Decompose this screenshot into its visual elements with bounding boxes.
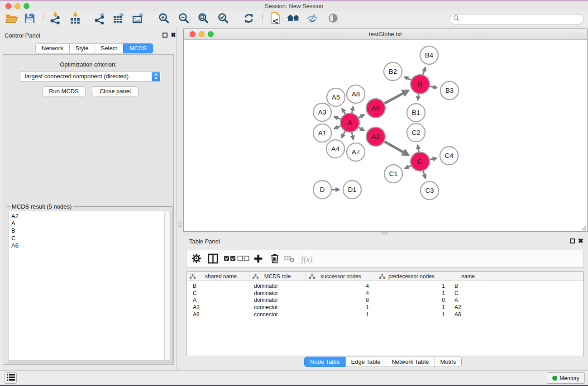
close-panel-button[interactable]: Close panel — [92, 86, 139, 96]
export-table-button[interactable] — [111, 12, 126, 26]
home-layout-button[interactable] — [286, 12, 301, 26]
tree-icon — [379, 274, 385, 281]
column-header-predecessor-nodes[interactable]: predecessor nodes — [376, 272, 447, 281]
network-edge-A-A6[interactable] — [359, 114, 364, 118]
run-mcds-button[interactable]: Run MCDS — [42, 86, 86, 96]
network-edge-B-B3[interactable] — [430, 86, 437, 88]
columns-icon — [208, 253, 218, 266]
table-tabs: Node TableEdge TableNetwork TableMotifs — [304, 357, 462, 367]
maximize-window-button[interactable] — [24, 3, 29, 9]
result-list-scrollbar[interactable] — [164, 211, 170, 360]
column-header-shared-name[interactable]: shared name — [186, 272, 249, 281]
table-row[interactable]: A2connector11A2 — [186, 304, 583, 311]
network-edge-A-A1[interactable] — [334, 126, 340, 129]
table-row[interactable]: Adominator80A — [186, 297, 583, 304]
zoom-fit-button[interactable] — [196, 12, 211, 26]
minimize-network-button[interactable] — [199, 31, 205, 37]
list-item[interactable]: A6 — [11, 242, 170, 249]
maximize-network-button[interactable] — [208, 31, 214, 37]
network-edge-A-A3[interactable] — [334, 117, 340, 119]
list-item[interactable]: B — [11, 227, 170, 234]
network-edge-B-B4[interactable] — [423, 67, 425, 75]
network-edge-A-A5[interactable] — [342, 108, 345, 114]
vertical-splitter-handle[interactable] — [178, 221, 182, 227]
select-stepper-icon — [152, 72, 160, 81]
show-panels-button[interactable] — [5, 372, 17, 384]
network-edge-A-A2[interactable] — [359, 128, 364, 131]
network-edge-A-A8[interactable] — [352, 106, 353, 113]
close-table-panel-icon[interactable]: ✖ — [578, 238, 583, 244]
network-node-label: B2 — [389, 67, 397, 75]
zoom-in-button[interactable] — [156, 12, 172, 26]
zoom-selected-button[interactable] — [215, 12, 231, 26]
show-panel-button[interactable] — [325, 12, 341, 26]
tab-mcds[interactable]: MCDS — [123, 43, 153, 53]
function-builder-button[interactable]: f(x) — [298, 253, 316, 266]
delete-column-button[interactable] — [268, 253, 282, 266]
network-edge-B-B1[interactable] — [418, 94, 419, 100]
network-edge-A6-B[interactable] — [384, 91, 408, 104]
column-header-mcds-role[interactable]: MCDS role — [249, 272, 306, 281]
search-box[interactable] — [449, 14, 584, 24]
minimize-window-button[interactable] — [14, 3, 20, 9]
export-image-button[interactable] — [130, 12, 146, 26]
search-input[interactable] — [460, 15, 583, 24]
network-edge-C-C1[interactable] — [405, 166, 411, 168]
zoom-out-icon — [178, 12, 190, 26]
export-network-button[interactable] — [92, 12, 107, 26]
network-graph[interactable]: AA1A2A3A4A5A6A7A8BB1B2B3B4CC1C2C3C4DD1 — [184, 40, 587, 232]
tab-node-table[interactable]: Node Table — [304, 357, 346, 367]
network-edge-A2-C[interactable] — [384, 142, 409, 155]
open-file-button[interactable] — [4, 12, 19, 26]
close-panel-icon[interactable]: ✖ — [171, 32, 176, 38]
tab-select[interactable]: Select — [95, 43, 124, 53]
float-panel-icon[interactable] — [163, 33, 167, 38]
network-canvas[interactable]: AA1A2A3A4A5A6A7A8BB1B2B3B4CC1C2C3C4DD1 — [184, 40, 587, 231]
table-row[interactable]: A6connector11A6 — [186, 311, 583, 318]
import-network-button[interactable] — [48, 12, 63, 26]
close-window-button[interactable] — [5, 3, 11, 9]
import-table-button[interactable] — [67, 12, 83, 26]
network-edge-C-C3[interactable] — [423, 171, 425, 178]
select-all-button[interactable] — [223, 253, 236, 266]
duplicate-network-button[interactable] — [268, 12, 283, 26]
show-columns-button[interactable] — [206, 253, 220, 266]
tab-motifs[interactable]: Motifs — [435, 357, 462, 367]
create-column-button[interactable] — [251, 253, 265, 266]
optimization-criterion-label: Optimization criterion: — [3, 61, 173, 68]
horizontal-splitter-handle[interactable] — [382, 232, 388, 234]
list-item[interactable]: C — [11, 235, 170, 242]
close-network-button[interactable] — [190, 31, 196, 37]
network-edge-A-A4[interactable] — [342, 131, 345, 138]
float-table-panel-icon[interactable] — [570, 238, 575, 243]
network-window-titlebar[interactable]: testGlobe.txt — [184, 29, 587, 40]
refresh-button[interactable] — [241, 12, 256, 26]
table-row[interactable]: Cdominator41C — [186, 290, 583, 297]
mcds-result-list: A2 A B C A6 — [9, 211, 171, 361]
delete-table-button[interactable] — [282, 253, 296, 266]
toolbar-separator — [43, 13, 43, 25]
network-edge-C-C2[interactable] — [418, 145, 419, 152]
houses-icon — [287, 13, 300, 25]
list-item[interactable]: A — [11, 220, 170, 227]
zoom-out-button[interactable] — [176, 12, 191, 26]
table-row[interactable]: Bdominator41B — [186, 282, 583, 290]
column-header-successor-nodes[interactable]: successor nodes — [306, 272, 376, 281]
tab-network[interactable]: Network — [35, 43, 70, 53]
deselect-all-button[interactable] — [236, 253, 250, 266]
memory-button[interactable]: Memory — [547, 372, 585, 384]
list-item[interactable]: A2 — [11, 213, 170, 220]
tab-style[interactable]: Style — [69, 43, 95, 53]
hide-panel-button[interactable] — [305, 12, 320, 26]
network-edge-B-B2[interactable] — [404, 77, 411, 80]
save-session-button[interactable] — [22, 12, 37, 26]
column-header-name[interactable]: name — [447, 272, 489, 281]
optimization-criterion-select[interactable]: largest connected component (directed) — [20, 71, 161, 82]
network-edge-A-A7[interactable] — [352, 133, 353, 140]
resize-grip-icon[interactable] — [580, 224, 587, 231]
fx-icon: f(x) — [301, 255, 313, 264]
tab-network-table[interactable]: Network Table — [386, 357, 435, 367]
tab-edge-table[interactable]: Edge Table — [345, 357, 387, 367]
table-settings-button[interactable] — [190, 253, 203, 266]
network-edge-C-C4[interactable] — [430, 158, 437, 160]
